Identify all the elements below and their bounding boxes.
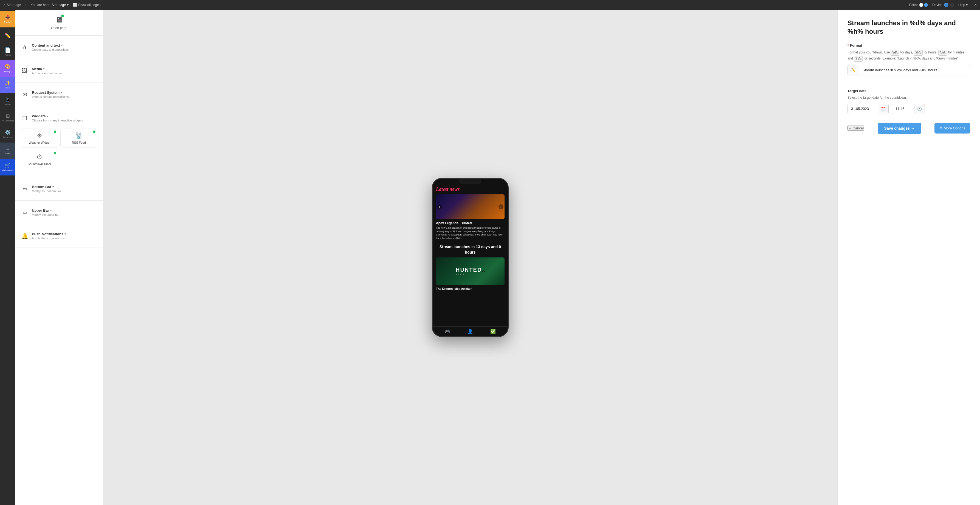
phone-content: Latest news ‹ › Apex Legends: Hunted The… — [433, 179, 508, 326]
widgets-icon: ☐ — [21, 115, 29, 121]
widgets-item[interactable]: ☐ Widgets ▴ Choose from many interactive… — [20, 111, 99, 125]
toggle-dot-white[interactable] — [920, 3, 923, 7]
startpage-label: Startpage — [6, 3, 21, 7]
carousel-left-arrow[interactable]: ‹ — [437, 204, 442, 209]
breadcrumb-separator: › — [25, 3, 26, 7]
bottom-bar-section: ▭ Bottom Bar ▾ Modify the bottom bar — [15, 177, 103, 201]
chevron-icon: ▾ — [52, 185, 54, 188]
nav-gamepad-icon[interactable]: 🎮 — [445, 329, 450, 334]
media-section: 🖼 Media ▾ Add any kind of media — [15, 59, 103, 83]
sidebar-icons: 📤 Publish ✏️ 📄 Pages 🎨 Design ✨ Try it 📱… — [0, 10, 15, 505]
open-page-button[interactable]: 🖥 Open page — [15, 10, 103, 36]
content-text-section: A Content and text ▾ Create texts and su… — [15, 36, 103, 59]
bottom-bar-icon: ▭ — [21, 186, 29, 191]
right-panel: Stream launches in %d% days and %h% hour… — [837, 10, 980, 505]
article1-title: Apex Legends: Hunted — [436, 221, 504, 225]
push-notifications-item[interactable]: 🔔 Push-Notifications ▾ Add buttons to al… — [20, 229, 99, 243]
hunted-sub: APEX — [456, 273, 482, 276]
sidebar-item-publish[interactable]: 📤 Publish — [0, 11, 15, 27]
dark-device-icon[interactable] — [950, 3, 954, 7]
sidebar-item-rules[interactable]: ≡ Rules — [0, 143, 15, 159]
close-button[interactable]: × — [974, 2, 977, 7]
home-icon: ⌂ — [3, 3, 5, 7]
preview-area: Latest news ‹ › Apex Legends: Hunted The… — [103, 10, 837, 505]
sidebar-rules-label: Rules — [5, 152, 10, 155]
sidebar-item-advanced[interactable]: ⚙️ Advanced — [0, 126, 15, 143]
hunted-carousel-right[interactable]: › — [484, 269, 485, 274]
nav-check-icon[interactable]: ✅ — [490, 329, 496, 334]
sidebar-design-label: Design — [5, 70, 11, 73]
tryt-icon: ✨ — [5, 81, 11, 86]
calendar-icon[interactable]: 📅 — [878, 104, 888, 114]
request-system-title: Request System — [32, 91, 59, 95]
more-options-button[interactable]: ⚙ More Options — [934, 123, 970, 133]
countdown-label: Countdown Timer — [28, 162, 51, 165]
globe-icon[interactable] — [944, 3, 948, 7]
green-dot — [61, 14, 64, 17]
request-system-item[interactable]: ✉ Request System ▾ Various contact possi… — [20, 87, 99, 102]
editor-label: Editor — [909, 3, 918, 7]
target-date-label: Target date — [848, 89, 970, 93]
widgets-subtitle: Choose from many interactive widgets — [32, 119, 83, 122]
sidebar-item-all-elements[interactable]: ⊞ All Elements — [0, 110, 15, 126]
sidebar-item-mobile[interactable]: 📱 Mobile — [0, 93, 15, 110]
format-input[interactable] — [859, 65, 970, 75]
article1-text: The new 14th season of this popular Batt… — [436, 226, 504, 240]
upper-bar-item[interactable]: ▭ Upper Bar ▾ Modify the upper bar — [20, 205, 99, 219]
action-row: ← Cancel Save changes → ⚙ More Options — [848, 123, 970, 134]
phone-countdown-text: Stream launches in 13 days and 0 hours — [436, 244, 504, 255]
design-icon: 🎨 — [5, 64, 11, 69]
format-input-row: ✏️ — [848, 65, 970, 75]
save-changes-button[interactable]: Save changes → — [878, 123, 921, 134]
rss-green-dot — [93, 130, 95, 133]
editor-toggle-section: Editor — [909, 3, 928, 7]
sidebar-item-tryt[interactable]: ✨ Try it — [0, 77, 15, 93]
chevron-down-icon: ▾ — [966, 3, 968, 7]
open-page-label: Open page — [51, 26, 67, 30]
countdown-timer-item[interactable]: ⏱ Countdown Timer — [21, 150, 58, 169]
media-title: Media — [32, 67, 42, 71]
upper-bar-icon: ▭ — [21, 210, 29, 215]
cancel-button[interactable]: ← Cancel — [848, 125, 864, 131]
help-button[interactable]: Help ▾ — [958, 3, 968, 7]
pages-icon: 📄 — [5, 48, 11, 52]
edit-icon: ✏️ — [5, 33, 11, 38]
date-input[interactable] — [848, 104, 878, 113]
request-system-section: ✉ Request System ▾ Various contact possi… — [15, 83, 103, 106]
push-notifications-section: 🔔 Push-Notifications ▾ Add buttons to al… — [15, 224, 103, 248]
show-all-pages-button[interactable]: ⬜ Show all pages — [73, 3, 100, 7]
phone-hunted-image: HUNTED APEX ‹ › — [436, 257, 504, 285]
sidebar-item-design[interactable]: 🎨 Design — [0, 60, 15, 77]
content-text-item[interactable]: A Content and text ▾ Create texts and su… — [20, 40, 99, 54]
time-input[interactable] — [892, 104, 914, 113]
rss-feed-item[interactable]: 📡 RSS Feed — [60, 129, 98, 148]
startpage-link[interactable]: ⌂ Startpage — [3, 3, 21, 7]
rss-label: RSS Feed — [72, 141, 86, 144]
sidebar-item-marketplace[interactable]: 🛒 Marketplace — [0, 159, 15, 175]
code-d: %d% — [891, 49, 899, 56]
time-input-wrap: 🕐 — [892, 104, 925, 114]
toggle-dot-blue[interactable] — [924, 3, 928, 7]
editor-toggle[interactable] — [920, 3, 928, 7]
sidebar-item-pages[interactable]: 📄 Pages — [0, 44, 15, 60]
chevron-icon: ▾ — [60, 91, 62, 94]
media-icon: 🖼 — [21, 68, 29, 74]
nav-user-icon[interactable]: 👤 — [468, 329, 473, 334]
dragon-art-image — [436, 194, 504, 219]
media-item[interactable]: 🖼 Media ▾ Add any kind of media — [20, 64, 99, 78]
sidebar-tryt-label: Try it — [5, 87, 10, 89]
bottom-bar-item[interactable]: ▭ Bottom Bar ▾ Modify the bottom bar — [20, 181, 99, 196]
breadcrumb: You are here: Startpage ▾ — [31, 3, 68, 7]
sidebar-item-edit[interactable]: ✏️ — [0, 27, 15, 44]
bottom-bar-title: Bottom Bar — [32, 185, 51, 189]
clock-icon[interactable]: 🕐 — [914, 104, 924, 114]
countdown-green-dot — [54, 152, 56, 154]
push-notifications-title: Push-Notifications — [32, 232, 64, 236]
weather-widget-item[interactable]: ☀ Weather Widget — [21, 129, 58, 148]
top-bar: ⌂ Startpage › You are here: Startpage ▾ … — [0, 0, 980, 10]
rss-icon: 📡 — [75, 132, 83, 139]
carousel-right-arrow[interactable]: › — [498, 204, 503, 209]
phone-screen: Latest news ‹ › Apex Legends: Hunted The… — [433, 179, 508, 336]
format-label: * Format — [848, 43, 970, 48]
format-field-section: * Format Format your countdown. Use %d% … — [848, 43, 970, 75]
